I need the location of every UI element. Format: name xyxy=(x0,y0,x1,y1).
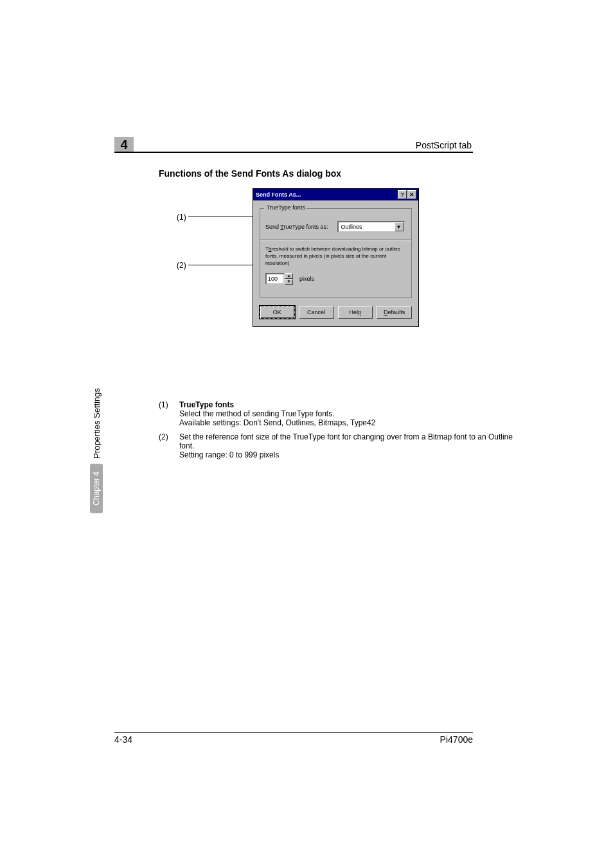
chapter-number-box: 4 xyxy=(114,137,134,152)
callout-2: (2) xyxy=(177,261,186,270)
dialog-titlebar: Send Fonts As... ? ✕ xyxy=(253,189,418,200)
description-list: (1) TrueType fonts Select the method of … xyxy=(159,400,517,465)
side-section-label: Properties Settings xyxy=(92,388,102,459)
cancel-button[interactable]: Cancel xyxy=(299,306,334,319)
help-button[interactable]: Help xyxy=(338,306,373,319)
list-line: Set the reference font size of the TrueT… xyxy=(179,432,517,450)
callout-2-line xyxy=(188,265,259,265)
section-title: Functions of the Send Fonts As dialog bo… xyxy=(159,168,341,179)
side-chapter-chip: Chapter 4 xyxy=(90,464,103,513)
side-tab: Properties Settings Chapter 4 xyxy=(89,337,103,513)
list-line: Setting range: 0 to 999 pixels xyxy=(179,450,517,459)
group-legend: TrueType fonts xyxy=(265,204,306,211)
dialog-button-row: OK Cancel Help Defaults xyxy=(253,306,418,326)
ok-button[interactable]: OK xyxy=(260,306,295,319)
pixels-label: pixels xyxy=(299,276,314,282)
callout-1-line xyxy=(188,217,259,217)
group-divider xyxy=(260,239,411,240)
list-title-1: TrueType fonts xyxy=(179,400,375,409)
list-line: Available settings: Don't Send, Outlines… xyxy=(179,418,375,427)
header-tab-name: PostScript tab xyxy=(416,140,472,150)
list-line: Select the method of sending TrueType fo… xyxy=(179,409,375,418)
spinner-up-icon[interactable]: ▲ xyxy=(285,273,293,279)
page-number: 4-34 xyxy=(114,734,132,745)
footer-rule xyxy=(114,732,473,733)
chevron-down-icon[interactable]: ▼ xyxy=(395,222,404,231)
select-value: Outlines xyxy=(341,224,362,230)
send-truetype-select[interactable]: Outlines ▼ xyxy=(337,221,405,233)
list-item: (1) TrueType fonts Select the method of … xyxy=(159,400,517,427)
header-rule xyxy=(114,152,473,153)
list-num-1: (1) xyxy=(159,400,179,427)
dialog-title: Send Fonts As... xyxy=(256,191,301,198)
send-fonts-as-dialog: Send Fonts As... ? ✕ TrueType fonts Send… xyxy=(253,188,419,327)
defaults-button[interactable]: Defaults xyxy=(377,306,412,319)
list-item: (2) Set the reference font size of the T… xyxy=(159,432,517,459)
page: 4 PostScript tab Functions of the Send F… xyxy=(0,0,613,868)
truetype-fonts-group: TrueType fonts Send TrueType fonts as: O… xyxy=(260,208,412,298)
callout-1: (1) xyxy=(177,213,186,222)
threshold-description: Threshold to switch between downloading … xyxy=(265,245,406,267)
close-icon[interactable]: ✕ xyxy=(407,190,416,199)
send-truetype-label: Send TrueType fonts as: xyxy=(265,224,328,230)
spinner-down-icon[interactable]: ▼ xyxy=(285,279,293,285)
threshold-input[interactable] xyxy=(265,273,285,285)
footer-model: Pi4700e xyxy=(440,734,473,745)
threshold-spinner[interactable]: ▲ ▼ xyxy=(265,273,293,285)
list-num-2: (2) xyxy=(159,432,179,459)
help-icon[interactable]: ? xyxy=(398,190,407,199)
